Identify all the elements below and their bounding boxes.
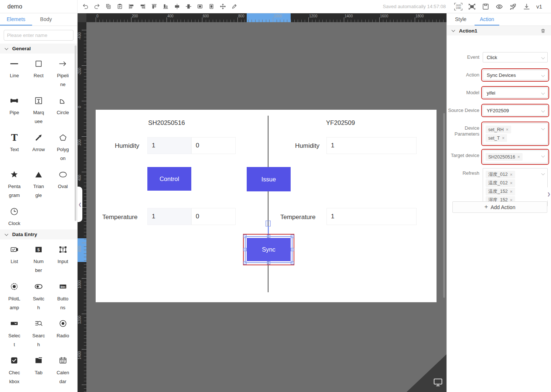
left-humidity-label[interactable]: Humidity: [115, 142, 139, 150]
resize-handle-w[interactable]: [243, 248, 247, 251]
palette-item-search[interactable]: Search: [27, 318, 51, 349]
design-canvas[interactable]: 0 200 400 600 800 1000 1200 1400 1600 18…: [78, 13, 446, 392]
device-parameters-select[interactable]: set_RH× set_T×: [483, 123, 548, 144]
source-device-select[interactable]: YF202509: [483, 105, 548, 116]
distribute-horizontal-button[interactable]: [196, 3, 204, 11]
tag-close-icon[interactable]: ×: [517, 154, 520, 160]
palette-item-number[interactable]: 5Number: [27, 244, 51, 275]
event-select[interactable]: Click: [483, 52, 548, 62]
resize-handle-s[interactable]: [267, 261, 270, 265]
palette-item-triangle[interactable]: Triangle: [27, 169, 51, 200]
tab-elements[interactable]: Elemets: [7, 13, 25, 25]
palette-item-polygon[interactable]: Polygon: [51, 132, 75, 163]
move-button[interactable]: [219, 3, 227, 11]
add-action-button[interactable]: + Add Action: [452, 201, 547, 213]
palette-item-circle[interactable]: Circle: [51, 95, 75, 126]
tag-close-icon[interactable]: ×: [510, 181, 513, 186]
target-device-select[interactable]: SH20250516×: [483, 150, 548, 163]
palette-item-pilotlamp[interactable]: PilotLamp: [2, 281, 27, 312]
palette-item-text[interactable]: TText: [2, 132, 27, 163]
left-temperature-input-1[interactable]: 1: [147, 208, 191, 225]
right-humidity-input[interactable]: 1: [326, 137, 417, 154]
left-humidity-input-2[interactable]: 0: [191, 137, 236, 154]
model-select[interactable]: yifei: [483, 88, 548, 98]
resize-handle-nw[interactable]: [243, 235, 247, 238]
tag-close-icon[interactable]: ×: [506, 127, 509, 132]
resize-handle-ne[interactable]: [291, 235, 294, 238]
resolution-button[interactable]: 19201080: [454, 3, 462, 11]
redo-button[interactable]: [93, 3, 101, 11]
collapse-right-panel-button[interactable]: ❯: [547, 187, 551, 201]
palette-item-input[interactable]: Input: [51, 244, 75, 275]
palette-item-line[interactable]: Line: [2, 58, 27, 89]
download-button[interactable]: [523, 3, 531, 11]
palette-item-checkbox[interactable]: Checkbox: [2, 355, 27, 386]
tag-close-icon[interactable]: ×: [510, 172, 513, 177]
device-preview-corner[interactable]: [407, 354, 446, 392]
resize-handle-n[interactable]: [267, 235, 270, 238]
palette-item-pipe[interactable]: Pipe: [2, 95, 27, 126]
edit-pen-button[interactable]: [230, 3, 238, 11]
resize-handle-sw[interactable]: [243, 261, 247, 265]
publish-button[interactable]: [509, 3, 517, 11]
palette-item-rect[interactable]: Rect: [27, 58, 51, 89]
resize-handle-e[interactable]: [291, 248, 294, 251]
tag-close-icon[interactable]: ×: [510, 189, 513, 194]
paste-button[interactable]: [116, 3, 124, 11]
palette-item-pentagram[interactable]: Pentagram: [2, 169, 27, 200]
section-general[interactable]: General: [0, 44, 77, 54]
palette-item-arrow[interactable]: Arrow: [27, 132, 51, 163]
action1-header[interactable]: Action1: [447, 26, 551, 35]
refresh-select[interactable]: 湿度_012× 温度_012× 温度_152× 湿度_152×: [483, 168, 548, 207]
palette-item-switch[interactable]: Switch: [27, 281, 51, 312]
line-connector-handle[interactable]: [266, 221, 271, 226]
left-temperature-label[interactable]: Temperature: [102, 214, 137, 221]
distribute-vertical-button[interactable]: [207, 3, 215, 11]
canvas-scrollbar[interactable]: [443, 113, 445, 298]
element-search-input[interactable]: [7, 33, 72, 38]
align-horizontal-center-button[interactable]: [184, 3, 192, 11]
delete-action-button[interactable]: [540, 28, 546, 34]
palette-item-radio[interactable]: Radio: [51, 318, 75, 349]
save-button[interactable]: [482, 3, 490, 11]
selection-frame[interactable]: [245, 236, 292, 263]
tab-body[interactable]: Body: [40, 13, 52, 25]
right-temperature-input[interactable]: 1: [326, 208, 417, 225]
palette-item-list[interactable]: List: [2, 244, 27, 275]
palette-item-oval[interactable]: Oval: [51, 169, 75, 200]
resize-handle-se[interactable]: [291, 261, 294, 265]
divider-line[interactable]: [268, 116, 268, 292]
palette-item-clock[interactable]: Clock: [2, 206, 27, 228]
preview-button[interactable]: [495, 3, 503, 11]
copy-button[interactable]: [104, 3, 112, 11]
issue-button[interactable]: Issue: [247, 167, 291, 191]
sidebar-scrollbar[interactable]: [75, 45, 76, 221]
palette-item-buttons[interactable]: BtnButtons: [51, 281, 75, 312]
tab-action[interactable]: Action: [480, 13, 494, 25]
right-temperature-label[interactable]: Temperature: [280, 214, 315, 221]
palette-item-pipeline[interactable]: Pipeline: [51, 58, 75, 89]
right-device-title[interactable]: YF202509: [311, 119, 370, 127]
palette-item-select[interactable]: Select: [2, 318, 27, 349]
left-humidity-input-1[interactable]: 1: [147, 137, 191, 154]
align-top-button[interactable]: [150, 3, 158, 11]
tag-close-icon[interactable]: ×: [502, 136, 504, 141]
collapse-left-panel-button[interactable]: ❮: [78, 187, 82, 222]
right-humidity-label[interactable]: Humidity: [295, 142, 319, 150]
palette-item-marquee[interactable]: Marquee: [27, 95, 51, 126]
align-bottom-button[interactable]: [161, 3, 170, 11]
palette-item-tab[interactable]: Tab: [27, 355, 51, 386]
left-temperature-input-2[interactable]: 0: [191, 208, 236, 225]
section-data-entry[interactable]: Data Entry: [0, 229, 77, 239]
align-left-button[interactable]: [127, 3, 135, 11]
design-page[interactable]: SH20250516 YF202509 Humidity 1 0 Control…: [96, 110, 437, 302]
palette-item-calendar[interactable]: Calendar: [51, 355, 75, 386]
undo-button[interactable]: [81, 3, 89, 11]
align-right-button[interactable]: [138, 3, 147, 11]
align-vertical-center-button[interactable]: [173, 3, 181, 11]
action-select[interactable]: Sync Devices: [483, 70, 548, 80]
fit-screen-button[interactable]: [468, 3, 476, 11]
tab-style[interactable]: Style: [455, 13, 466, 25]
control-button[interactable]: Control: [147, 167, 191, 191]
left-device-title[interactable]: SH20250516: [137, 119, 196, 127]
